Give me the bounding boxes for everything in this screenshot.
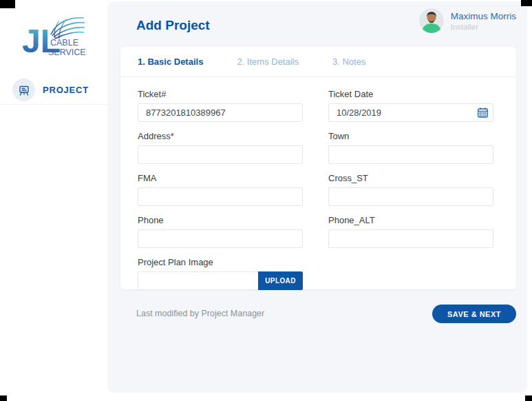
screen-corner-artifact: [0, 0, 15, 8]
address-field: Address*: [138, 131, 303, 164]
app-window: JL CABLE SERVICES PROJECT Add Project: [0, 0, 532, 401]
ticket-number-input[interactable]: [138, 103, 303, 122]
upload-button[interactable]: UPLOAD: [258, 271, 303, 290]
basic-details-form: Ticket# Ticket Date: [120, 77, 516, 290]
calendar-icon[interactable]: [477, 107, 489, 119]
main-content: Add Project Maximus Morris Installer: [107, 1, 527, 393]
cross-st-label: Cross_ST: [328, 173, 493, 183]
save-next-button[interactable]: SAVE & NEXT: [432, 305, 516, 323]
jl-cable-services-logo-icon: JL CABLE SERVICES: [21, 14, 87, 62]
project-plan-image-field: Project Plan Image UPLOAD: [138, 257, 303, 290]
fma-label: FMA: [138, 173, 303, 183]
town-field: Town: [328, 131, 493, 164]
fma-input[interactable]: [138, 187, 303, 206]
fma-field: FMA: [138, 173, 303, 206]
logo-text-services: SERVICES: [48, 48, 87, 57]
screen-corner-artifact: [525, 395, 532, 401]
ticket-date-input[interactable]: [328, 103, 493, 122]
phone-alt-input[interactable]: [328, 229, 493, 248]
user-name: Maximus Morris: [451, 10, 516, 22]
phone-label: Phone: [138, 215, 303, 225]
ticket-number-field: Ticket#: [138, 89, 303, 122]
cross-st-field: Cross_ST: [328, 173, 493, 206]
sidebar-item-project[interactable]: PROJECT: [0, 76, 107, 105]
phone-alt-field: Phone_ALT: [328, 215, 493, 248]
sidebar-item-project-label: PROJECT: [43, 85, 89, 95]
basic-details-card: 1. Basic Details 2. Items Details 3. Not…: [120, 47, 516, 289]
project-plan-image-input[interactable]: [138, 271, 258, 290]
screen-corner-artifact: [521, 0, 532, 6]
tab-items-details[interactable]: 2. Items Details: [237, 56, 299, 67]
phone-input[interactable]: [138, 229, 303, 248]
company-logo: JL CABLE SERVICES: [21, 14, 87, 62]
phone-field: Phone: [138, 215, 303, 248]
project-plan-image-label: Project Plan Image: [138, 257, 303, 267]
ticket-number-label: Ticket#: [138, 89, 303, 99]
user-role: Installer: [451, 22, 516, 32]
cross-st-input[interactable]: [328, 187, 493, 206]
user-avatar: [419, 8, 444, 33]
presentation-board-icon: [12, 79, 35, 101]
page-title: Add Project: [136, 18, 210, 33]
screen-corner-artifact: [0, 395, 7, 401]
ticket-date-field: Ticket Date: [328, 89, 493, 122]
last-modified-text: Last modified by Project Manager: [136, 309, 264, 318]
sidebar: JL CABLE SERVICES PROJECT: [0, 0, 107, 401]
address-input[interactable]: [138, 145, 303, 164]
logo-text-cable: CABLE: [50, 38, 78, 48]
ticket-date-label: Ticket Date: [328, 89, 493, 99]
phone-alt-label: Phone_ALT: [328, 215, 493, 225]
wizard-tabs: 1. Basic Details 2. Items Details 3. Not…: [120, 47, 516, 77]
town-input[interactable]: [328, 145, 493, 164]
tab-notes[interactable]: 3. Notes: [332, 56, 365, 67]
town-label: Town: [328, 131, 493, 141]
tab-basic-details[interactable]: 1. Basic Details: [138, 56, 203, 67]
user-meta: Maximus Morris Installer: [451, 10, 516, 32]
user-chip[interactable]: Maximus Morris Installer: [419, 8, 516, 33]
address-label: Address*: [138, 131, 303, 141]
